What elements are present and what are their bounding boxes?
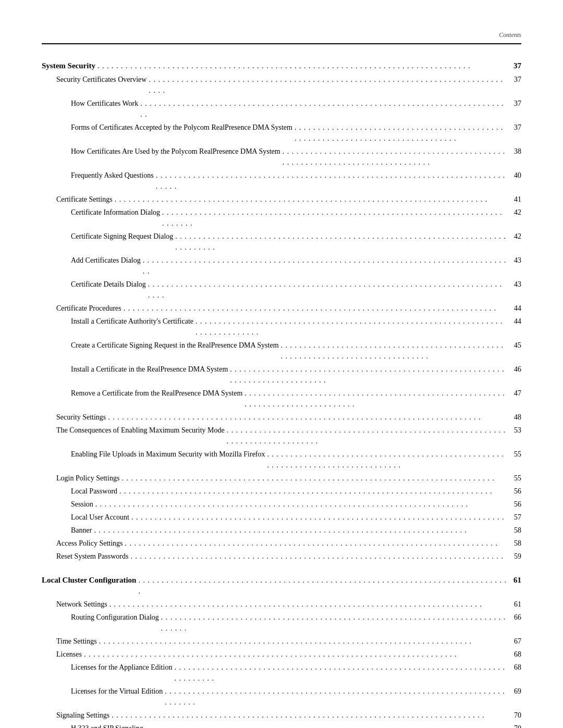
- toc-label-cert-signing-request-dialog: Certificate Signing Request Dialog: [71, 231, 173, 242]
- toc-pagenum-access-policy-settings: 58: [509, 538, 521, 549]
- toc-pagenum-how-certs-used: 38: [509, 146, 521, 157]
- toc-entry-how-certs-used: How Certificates Are Used by the Polycom…: [42, 146, 521, 168]
- toc-dots-local-user-account: . . . . . . . . . . . . . . . . . . . . …: [131, 512, 507, 523]
- toc-entry-forms-of-certs: Forms of Certificates Accepted by the Po…: [42, 122, 521, 144]
- toc-dots-add-certs-dialog: . . . . . . . . . . . . . . . . . . . . …: [143, 255, 507, 277]
- toc-entry-cert-info-dialog: Certificate Information Dialog. . . . . …: [42, 207, 521, 229]
- toc-dots-licenses: . . . . . . . . . . . . . . . . . . . . …: [84, 649, 507, 660]
- toc-label-remove-cert-dma: Remove a Certificate from the RealPresen…: [71, 388, 242, 399]
- toc-entry-licenses: Licenses. . . . . . . . . . . . . . . . …: [42, 649, 521, 660]
- toc-dots-routing-config-dialog: . . . . . . . . . . . . . . . . . . . . …: [161, 612, 507, 634]
- toc-pagenum-reset-system-passwords: 59: [509, 551, 521, 562]
- toc-label-add-certs-dialog: Add Certificates Dialog: [71, 255, 141, 266]
- toc-dots-consequences-max-security: . . . . . . . . . . . . . . . . . . . . …: [227, 425, 507, 447]
- toc-entry-login-policy-settings: Login Policy Settings. . . . . . . . . .…: [42, 473, 521, 484]
- toc-dots-reset-system-passwords: . . . . . . . . . . . . . . . . . . . . …: [130, 551, 507, 562]
- toc-entry-install-ca-cert: Install a Certificate Authority's Certif…: [42, 316, 521, 338]
- toc-dots-licenses-virtual: . . . . . . . . . . . . . . . . . . . . …: [165, 686, 507, 708]
- toc-entry-enabling-file-uploads: Enabling File Uploads in Maximum Securit…: [42, 449, 521, 471]
- toc-label-h323-sip: H.323 and SIP Signaling: [71, 723, 143, 729]
- toc-pagenum-local-cluster-config: 61: [509, 574, 521, 586]
- toc-entry-how-certs-work: How Certificates Work. . . . . . . . . .…: [42, 98, 521, 120]
- toc-dots-local-password: . . . . . . . . . . . . . . . . . . . . …: [119, 486, 507, 497]
- toc-label-cert-settings: Certificate Settings: [56, 194, 113, 205]
- toc-entry-install-cert-dma: Install a Certificate in the RealPresenc…: [42, 364, 521, 386]
- toc-pagenum-routing-config-dialog: 66: [509, 612, 521, 623]
- toc-dots-banner: . . . . . . . . . . . . . . . . . . . . …: [94, 525, 507, 536]
- toc-pagenum-session: 56: [509, 499, 521, 510]
- toc-dots-session: . . . . . . . . . . . . . . . . . . . . …: [95, 499, 507, 510]
- toc-pagenum-licenses-appliance: 68: [509, 662, 521, 673]
- toc-dots-security-settings: . . . . . . . . . . . . . . . . . . . . …: [108, 412, 507, 423]
- toc-dots-cert-details-dialog: . . . . . . . . . . . . . . . . . . . . …: [148, 279, 507, 301]
- toc-label-consequences-max-security: The Consequences of Enabling Maximum Sec…: [56, 425, 225, 436]
- toc-dots-login-policy-settings: . . . . . . . . . . . . . . . . . . . . …: [121, 473, 507, 484]
- toc-pagenum-h323-sip: 70: [509, 723, 521, 729]
- toc-entry-security-certs-overview: Security Certificates Overview. . . . . …: [42, 74, 521, 96]
- toc-label-create-cert-signing: Create a Certificate Signing Request in …: [71, 340, 279, 351]
- toc-entry-network-settings: Network Settings. . . . . . . . . . . . …: [42, 599, 521, 610]
- toc-label-session: Session: [71, 499, 93, 510]
- toc-entry-routing-config-dialog: Routing Configuration Dialog. . . . . . …: [42, 612, 521, 634]
- toc-entry-cert-procedures: Certificate Procedures. . . . . . . . . …: [42, 303, 521, 314]
- toc-dots-signaling-settings: . . . . . . . . . . . . . . . . . . . . …: [112, 710, 507, 721]
- toc-label-network-settings: Network Settings: [56, 599, 107, 610]
- toc-dots-security-certs-overview: . . . . . . . . . . . . . . . . . . . . …: [149, 74, 507, 96]
- toc-label-forms-of-certs: Forms of Certificates Accepted by the Po…: [71, 122, 292, 133]
- toc-content: System Security. . . . . . . . . . . . .…: [42, 60, 521, 728]
- toc-pagenum-login-policy-settings: 55: [509, 473, 521, 484]
- toc-pagenum-create-cert-signing: 45: [509, 340, 521, 351]
- toc-entry-faq: Frequently Asked Questions. . . . . . . …: [42, 170, 521, 192]
- toc-dots-system-security: . . . . . . . . . . . . . . . . . . . . …: [97, 60, 507, 71]
- toc-label-reset-system-passwords: Reset System Passwords: [56, 551, 128, 562]
- toc-pagenum-local-user-account: 57: [509, 512, 521, 523]
- toc-entry-licenses-virtual: Licenses for the Virtual Edition. . . . …: [42, 686, 521, 708]
- toc-entry-create-cert-signing: Create a Certificate Signing Request in …: [42, 340, 521, 362]
- toc-entry-local-cluster-config: Local Cluster Configuration. . . . . . .…: [42, 574, 521, 597]
- toc-dots-faq: . . . . . . . . . . . . . . . . . . . . …: [156, 170, 507, 192]
- toc-dots-licenses-appliance: . . . . . . . . . . . . . . . . . . . . …: [174, 662, 507, 684]
- toc-label-licenses: Licenses: [56, 649, 82, 660]
- toc-label-time-settings: Time Settings: [56, 636, 97, 647]
- toc-pagenum-cert-info-dialog: 42: [509, 207, 521, 218]
- toc-label-cert-info-dialog: Certificate Information Dialog: [71, 207, 160, 218]
- toc-dots-time-settings: . . . . . . . . . . . . . . . . . . . . …: [99, 636, 507, 647]
- toc-dots-cert-signing-request-dialog: . . . . . . . . . . . . . . . . . . . . …: [175, 231, 507, 253]
- toc-pagenum-remove-cert-dma: 47: [509, 388, 521, 399]
- toc-dots-cert-procedures: . . . . . . . . . . . . . . . . . . . . …: [124, 303, 507, 314]
- toc-dots-enabling-file-uploads: . . . . . . . . . . . . . . . . . . . . …: [267, 449, 507, 471]
- toc-pagenum-licenses-virtual: 69: [509, 686, 521, 697]
- toc-pagenum-how-certs-work: 37: [509, 98, 521, 109]
- toc-pagenum-consequences-max-security: 53: [509, 425, 521, 436]
- page-container: Contents System Security. . . . . . . . …: [0, 0, 563, 728]
- toc-label-security-certs-overview: Security Certificates Overview: [56, 74, 146, 85]
- toc-dots-cert-settings: . . . . . . . . . . . . . . . . . . . . …: [115, 194, 507, 205]
- toc-entry-local-user-account: Local User Account. . . . . . . . . . . …: [42, 512, 521, 523]
- toc-label-system-security: System Security: [42, 60, 95, 72]
- toc-pagenum-cert-signing-request-dialog: 42: [509, 231, 521, 242]
- toc-label-login-policy-settings: Login Policy Settings: [56, 473, 119, 484]
- toc-entry-access-policy-settings: Access Policy Settings. . . . . . . . . …: [42, 538, 521, 549]
- toc-pagenum-enabling-file-uploads: 55: [509, 449, 521, 460]
- toc-pagenum-network-settings: 61: [509, 599, 521, 610]
- toc-label-security-settings: Security Settings: [56, 412, 106, 423]
- header-label: Contents: [499, 31, 521, 39]
- toc-entry-add-certs-dialog: Add Certificates Dialog. . . . . . . . .…: [42, 255, 521, 277]
- toc-entry-security-settings: Security Settings. . . . . . . . . . . .…: [42, 412, 521, 423]
- toc-pagenum-banner: 58: [509, 525, 521, 536]
- toc-pagenum-install-cert-dma: 46: [509, 364, 521, 375]
- toc-entry-signaling-settings: Signaling Settings. . . . . . . . . . . …: [42, 710, 521, 721]
- toc-label-signaling-settings: Signaling Settings: [56, 710, 109, 721]
- toc-entry-h323-sip: H.323 and SIP Signaling. . . . . . . . .…: [42, 723, 521, 729]
- toc-entry-cert-details-dialog: Certificate Details Dialog. . . . . . . …: [42, 279, 521, 301]
- page-header: Contents: [42, 31, 521, 39]
- toc-pagenum-cert-procedures: 44: [509, 303, 521, 314]
- header-rule: [42, 43, 521, 44]
- toc-label-local-password: Local Password: [71, 486, 117, 497]
- toc-entry-system-security: System Security. . . . . . . . . . . . .…: [42, 60, 521, 72]
- toc-entry-cert-signing-request-dialog: Certificate Signing Request Dialog. . . …: [42, 231, 521, 253]
- toc-pagenum-security-certs-overview: 37: [509, 74, 521, 85]
- toc-label-install-ca-cert: Install a Certificate Authority's Certif…: [71, 316, 193, 327]
- toc-label-cert-procedures: Certificate Procedures: [56, 303, 121, 314]
- toc-pagenum-signaling-settings: 70: [509, 710, 521, 721]
